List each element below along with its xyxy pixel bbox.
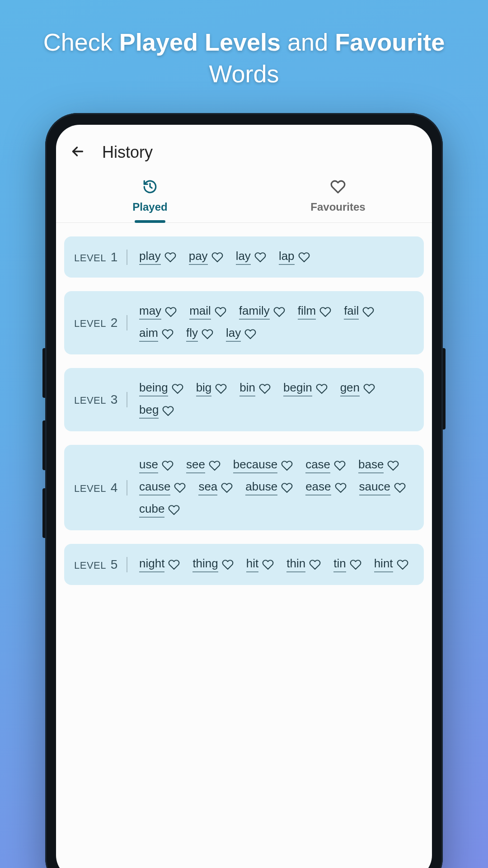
word-item[interactable]: film bbox=[298, 304, 331, 320]
word-item[interactable]: being bbox=[139, 381, 183, 396]
word-item[interactable]: beg bbox=[139, 403, 174, 419]
word-item[interactable]: bin bbox=[239, 381, 271, 396]
word-text: thing bbox=[192, 557, 218, 572]
tab-favourites-label: Favourites bbox=[310, 201, 365, 213]
word-text: begin bbox=[283, 381, 312, 396]
heart-outline-icon[interactable] bbox=[350, 559, 361, 571]
words-wrap: playpaylaylap bbox=[139, 249, 310, 265]
word-item[interactable]: cube bbox=[139, 502, 180, 518]
word-item[interactable]: aim bbox=[139, 326, 174, 342]
level-card: LEVEL 3beingbigbinbegingenbeg bbox=[64, 368, 424, 431]
heart-outline-icon[interactable] bbox=[363, 383, 375, 395]
word-text: use bbox=[139, 458, 158, 473]
word-item[interactable]: thing bbox=[192, 557, 233, 572]
word-item[interactable]: base bbox=[358, 458, 399, 473]
heart-outline-icon[interactable] bbox=[262, 559, 274, 571]
heart-outline-icon[interactable] bbox=[397, 559, 408, 571]
word-item[interactable]: play bbox=[139, 249, 176, 265]
tab-played-label: Played bbox=[132, 201, 167, 213]
heart-outline-icon[interactable] bbox=[174, 482, 186, 494]
word-item[interactable]: case bbox=[305, 458, 346, 473]
word-item[interactable]: lap bbox=[279, 249, 310, 265]
heart-outline-icon[interactable] bbox=[298, 251, 310, 263]
word-item[interactable]: fly bbox=[186, 326, 213, 342]
heart-outline-icon[interactable] bbox=[334, 460, 346, 472]
tab-favourites[interactable]: Favourites bbox=[244, 173, 432, 222]
heart-outline-icon[interactable] bbox=[281, 460, 293, 472]
word-item[interactable]: see bbox=[186, 458, 221, 473]
heart-outline-icon[interactable] bbox=[281, 482, 293, 494]
word-item[interactable]: begin bbox=[283, 381, 328, 396]
word-item[interactable]: use bbox=[139, 458, 174, 473]
heart-outline-icon[interactable] bbox=[165, 306, 177, 318]
heart-outline-icon[interactable] bbox=[162, 460, 174, 472]
word-text: family bbox=[239, 304, 270, 320]
heart-outline-icon[interactable] bbox=[211, 251, 223, 263]
heart-outline-icon[interactable] bbox=[221, 482, 233, 494]
heart-outline-icon[interactable] bbox=[273, 306, 285, 318]
heart-outline-icon[interactable] bbox=[335, 482, 347, 494]
heart-outline-icon[interactable] bbox=[309, 559, 321, 571]
word-text: because bbox=[233, 458, 277, 473]
word-item[interactable]: abuse bbox=[245, 480, 293, 495]
heart-outline-icon[interactable] bbox=[162, 328, 174, 340]
heart-outline-icon[interactable] bbox=[394, 482, 406, 494]
word-text: pay bbox=[189, 249, 208, 265]
promo-title: Check Played Levels and Favourite Words bbox=[0, 0, 488, 90]
level-card: LEVEL 4useseebecausecasebasecauseseaabus… bbox=[64, 445, 424, 530]
word-item[interactable]: ease bbox=[305, 480, 346, 495]
word-item[interactable]: lay bbox=[226, 326, 256, 342]
word-text: cause bbox=[139, 480, 170, 495]
word-item[interactable]: lay bbox=[236, 249, 266, 265]
tab-played[interactable]: Played bbox=[56, 173, 244, 222]
word-text: base bbox=[358, 458, 384, 473]
heart-outline-icon[interactable] bbox=[222, 559, 234, 571]
heart-outline-icon[interactable] bbox=[362, 306, 374, 318]
word-item[interactable]: pay bbox=[189, 249, 223, 265]
heart-outline-icon[interactable] bbox=[202, 328, 213, 340]
word-text: tin bbox=[333, 557, 346, 572]
heart-outline-icon[interactable] bbox=[254, 251, 266, 263]
heart-outline-icon[interactable] bbox=[172, 383, 183, 395]
word-item[interactable]: sauce bbox=[359, 480, 406, 495]
level-label: LEVEL 5 bbox=[74, 557, 124, 572]
heart-outline-icon[interactable] bbox=[215, 306, 226, 318]
word-item[interactable]: hit bbox=[246, 557, 274, 572]
word-item[interactable]: cause bbox=[139, 480, 186, 495]
back-arrow-icon[interactable] bbox=[70, 143, 86, 161]
level-label: LEVEL 4 bbox=[74, 481, 124, 495]
heart-outline-icon[interactable] bbox=[168, 504, 180, 516]
word-item[interactable]: night bbox=[139, 557, 180, 572]
word-item[interactable]: family bbox=[239, 304, 285, 320]
history-icon bbox=[142, 179, 158, 196]
heart-outline-icon[interactable] bbox=[259, 383, 271, 395]
word-text: sauce bbox=[359, 480, 390, 495]
heart-outline-icon[interactable] bbox=[319, 306, 331, 318]
heart-outline-icon[interactable] bbox=[316, 383, 328, 395]
app-screen: History Played Favourites LEVEL 1playpay… bbox=[56, 125, 432, 868]
word-text: hit bbox=[246, 557, 258, 572]
word-item[interactable]: hint bbox=[374, 557, 408, 572]
word-text: abuse bbox=[245, 480, 277, 495]
word-text: gen bbox=[340, 381, 360, 396]
heart-outline-icon[interactable] bbox=[168, 559, 180, 571]
heart-outline-icon[interactable] bbox=[164, 251, 176, 263]
word-item[interactable]: thin bbox=[286, 557, 321, 572]
word-text: aim bbox=[139, 326, 158, 342]
heart-outline-icon[interactable] bbox=[162, 405, 174, 417]
heart-outline-icon[interactable] bbox=[209, 460, 221, 472]
word-text: mail bbox=[189, 304, 211, 320]
word-text: hint bbox=[374, 557, 393, 572]
word-item[interactable]: may bbox=[139, 304, 177, 320]
heart-outline-icon[interactable] bbox=[215, 383, 227, 395]
word-item[interactable]: tin bbox=[333, 557, 361, 572]
word-item[interactable]: gen bbox=[340, 381, 375, 396]
word-item[interactable]: fail bbox=[344, 304, 374, 320]
word-item[interactable]: mail bbox=[189, 304, 226, 320]
word-item[interactable]: big bbox=[196, 381, 227, 396]
word-item[interactable]: because bbox=[233, 458, 293, 473]
heart-outline-icon[interactable] bbox=[244, 328, 256, 340]
word-item[interactable]: sea bbox=[198, 480, 233, 495]
word-text: fail bbox=[344, 304, 359, 320]
heart-outline-icon[interactable] bbox=[387, 460, 399, 472]
